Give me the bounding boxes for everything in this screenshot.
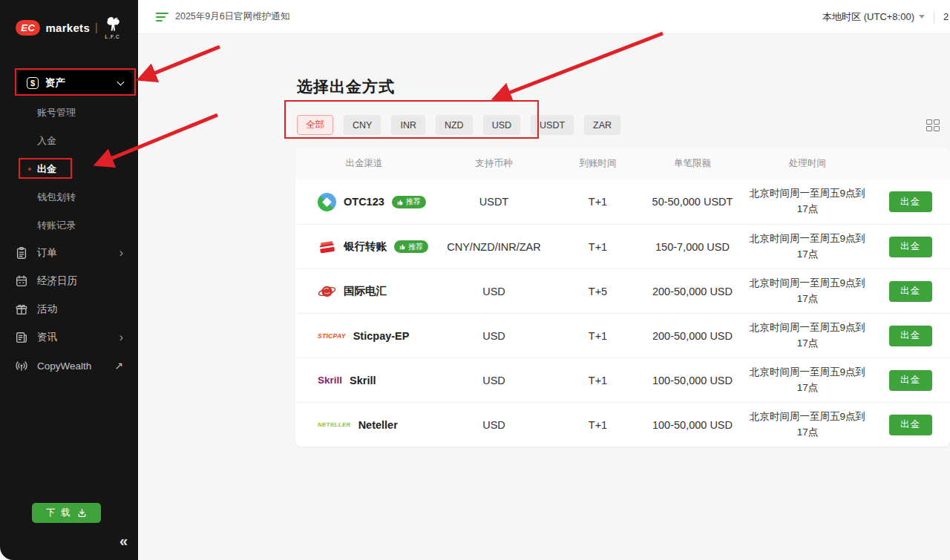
col-header-currency: 支持币种 bbox=[433, 157, 555, 170]
filter-all[interactable]: 全部 bbox=[297, 115, 333, 135]
topbar: 2025年9月6日官网维护通知 本地时区 (UTC+8:00) 2 bbox=[138, 0, 950, 34]
otc123-logo-icon bbox=[318, 193, 336, 211]
channel-cell: OTC123 推荐 bbox=[295, 193, 433, 211]
skrill-logo: Skrill bbox=[318, 375, 342, 386]
filter-usdt[interactable]: USDT bbox=[531, 115, 574, 135]
arrival-cell: T+1 bbox=[555, 196, 641, 208]
assets-label: 资产 bbox=[45, 76, 111, 90]
chevron-right-icon: › bbox=[119, 247, 123, 259]
timezone-label: 本地时区 (UTC+8:00) bbox=[822, 10, 914, 24]
maintenance-notice[interactable]: 2025年9月6日官网维护通知 bbox=[156, 10, 289, 23]
sidebar-item-assets[interactable]: $ 资产 bbox=[18, 71, 132, 94]
caret-down-icon bbox=[919, 15, 925, 19]
grid-view-icon[interactable] bbox=[926, 119, 940, 131]
channel-name: Neteller bbox=[358, 419, 398, 431]
recommended-badge: 推荐 bbox=[394, 240, 428, 253]
withdraw-button[interactable]: 出金 bbox=[889, 326, 932, 346]
sidebar-item-activities[interactable]: 活动 bbox=[0, 295, 138, 323]
recommended-badge: 推荐 bbox=[392, 196, 426, 208]
filter-nzd[interactable]: NZD bbox=[436, 115, 473, 135]
crest-label: L.F.C bbox=[105, 34, 120, 39]
table-row: 国际电汇 USD T+5 200-50,000 USD 北京时间周一至周五9点到… bbox=[295, 269, 950, 313]
download-button[interactable]: 下 载 bbox=[32, 503, 101, 523]
sidebar-item-withdraw[interactable]: 出金 bbox=[0, 155, 138, 183]
submenu-label: 转账记录 bbox=[37, 219, 76, 232]
channel-name: Sticpay-EP bbox=[353, 330, 410, 342]
channel-cell: Skrill Skrill bbox=[295, 375, 433, 386]
logo-divider: | bbox=[95, 22, 98, 33]
chevron-down-icon bbox=[117, 78, 125, 85]
neteller-logo: NETELLER bbox=[318, 421, 351, 428]
sidebar: EC markets | L.F.C $ 资产 账号管理 入金 出金 钱包划转 bbox=[0, 0, 138, 560]
menu-label: 活动 bbox=[37, 303, 123, 316]
channel-cell: 银行转账 推荐 bbox=[295, 239, 433, 255]
channel-name: 银行转账 bbox=[344, 240, 387, 254]
download-label: 下 载 bbox=[46, 507, 71, 519]
withdraw-button[interactable]: 出金 bbox=[889, 415, 932, 435]
table-header: 出金渠道 支持币种 到账时间 单笔限额 处理时间 bbox=[295, 148, 950, 179]
table-row: Skrill Skrill USD T+1 100-50,000 USD 北京时… bbox=[295, 358, 950, 402]
limit-cell: 200-50,000 USD bbox=[641, 286, 744, 297]
sidebar-item-transfer-records[interactable]: 转账记录 bbox=[0, 211, 138, 240]
arrival-cell: T+1 bbox=[555, 419, 641, 431]
sidebar-item-orders[interactable]: 订单 › bbox=[0, 239, 138, 267]
withdraw-methods-table: 出金渠道 支持币种 到账时间 单笔限额 处理时间 OTC123 推荐 USDT … bbox=[295, 148, 950, 447]
filter-usd[interactable]: USD bbox=[483, 115, 520, 135]
download-icon bbox=[77, 508, 87, 518]
brand-logo: EC markets | L.F.C bbox=[0, 0, 138, 43]
limit-cell: 100-50,000 USD bbox=[641, 375, 744, 386]
withdraw-button[interactable]: 出金 bbox=[889, 281, 932, 302]
page-title: 选择出金方式 bbox=[297, 76, 950, 97]
bank-transfer-logo-icon bbox=[318, 239, 336, 255]
timezone-selector[interactable]: 本地时区 (UTC+8:00) bbox=[822, 10, 925, 24]
channel-cell: STICPAY Sticpay-EP bbox=[295, 330, 433, 342]
topbar-right: 本地时区 (UTC+8:00) 2 bbox=[822, 10, 950, 24]
clipped-right-text: 2 bbox=[943, 11, 950, 22]
dollar-icon: $ bbox=[27, 77, 39, 89]
filter-inr[interactable]: INR bbox=[391, 115, 425, 135]
limit-cell: 100-50,000 USD bbox=[641, 419, 744, 431]
table-row: STICPAY Sticpay-EP USD T+1 200-50,000 US… bbox=[295, 313, 950, 358]
notice-text: 2025年9月6日官网维护通知 bbox=[175, 10, 289, 23]
col-header-arrival: 到账时间 bbox=[555, 157, 641, 170]
processing-cell: 北京时间周一至周五9点到17点 bbox=[744, 276, 871, 307]
channel-cell: NETELLER Neteller bbox=[295, 419, 433, 431]
announcement-icon bbox=[156, 13, 168, 22]
withdraw-button[interactable]: 出金 bbox=[889, 370, 932, 391]
sticpay-logo: STICPAY bbox=[318, 332, 346, 340]
badge-label: 推荐 bbox=[408, 242, 423, 252]
processing-cell: 北京时间周一至周五9点到17点 bbox=[744, 231, 871, 263]
sidebar-item-news[interactable]: 资讯 › bbox=[0, 323, 138, 352]
sidebar-item-deposit[interactable]: 入金 bbox=[0, 127, 138, 155]
limit-cell: 150-7,000 USD bbox=[641, 241, 744, 253]
sidebar-collapse-button[interactable]: « bbox=[119, 533, 128, 550]
external-link-icon: ↗ bbox=[114, 360, 123, 372]
sidebar-item-economic-calendar[interactable]: 经济日历 bbox=[0, 267, 138, 295]
limit-cell: 50-50,000 USDT bbox=[641, 196, 744, 208]
channel-name: 国际电汇 bbox=[344, 284, 387, 298]
clipboard-icon bbox=[15, 246, 28, 260]
sidebar-item-account-management[interactable]: 账号管理 bbox=[0, 99, 138, 127]
active-dot bbox=[28, 168, 31, 171]
liver-bird-icon bbox=[103, 16, 122, 35]
ec-logo-badge: EC bbox=[16, 20, 40, 36]
processing-cell: 北京时间周一至周五9点到17点 bbox=[744, 409, 871, 441]
filter-zar[interactable]: ZAR bbox=[584, 115, 620, 135]
menu-label: 订单 bbox=[37, 246, 111, 260]
processing-cell: 北京时间周一至周五9点到17点 bbox=[744, 186, 871, 217]
filter-cny[interactable]: CNY bbox=[344, 115, 381, 135]
broadcast-icon bbox=[15, 359, 28, 372]
menu-label: CopyWealth bbox=[37, 360, 105, 372]
processing-cell: 北京时间周一至周五9点到17点 bbox=[744, 320, 871, 352]
sidebar-item-copywealth[interactable]: CopyWealth ↗ bbox=[0, 352, 138, 380]
lfc-crest: L.F.C bbox=[103, 16, 122, 39]
topbar-divider bbox=[934, 11, 934, 23]
withdraw-button[interactable]: 出金 bbox=[889, 237, 932, 257]
withdraw-button[interactable]: 出金 bbox=[889, 191, 932, 212]
col-header-processing: 处理时间 bbox=[744, 157, 871, 170]
sidebar-item-wallet-transfer[interactable]: 钱包划转 bbox=[0, 183, 138, 211]
table-row: OTC123 推荐 USDT T+1 50-50,000 USDT 北京时间周一… bbox=[295, 179, 950, 224]
submenu-label: 钱包划转 bbox=[37, 191, 76, 204]
table-row: 银行转账 推荐 CNY/NZD/INR/ZAR T+1 150-7,000 US… bbox=[295, 224, 950, 269]
submenu-label: 出金 bbox=[37, 162, 56, 176]
